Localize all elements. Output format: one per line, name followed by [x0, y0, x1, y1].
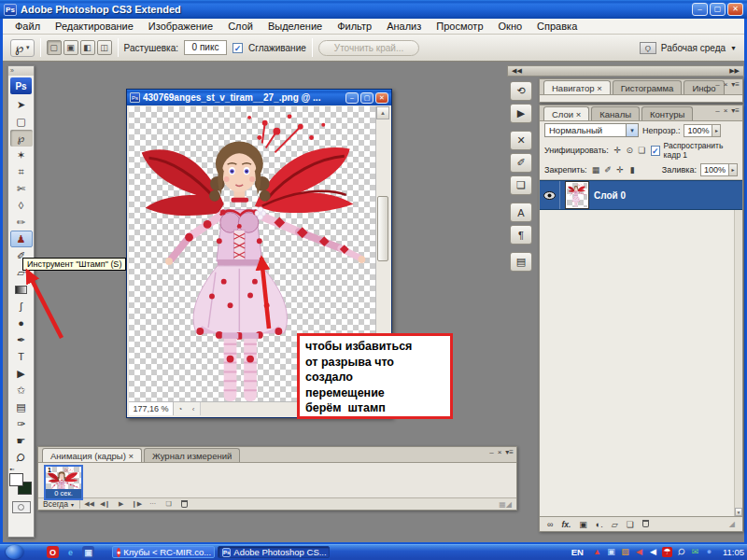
vertical-scroll-thumb[interactable]: [377, 196, 388, 261]
menu-item[interactable]: Просмотр: [429, 20, 490, 33]
lock-position-icon[interactable]: ✛: [615, 165, 626, 175]
volume-icon[interactable]: ◀: [648, 547, 658, 557]
layers-list-empty-area[interactable]: ▼: [540, 210, 742, 516]
frame-delay-selector[interactable]: 0 сек.: [46, 489, 81, 498]
foreground-color-swatch[interactable]: [9, 473, 23, 486]
lasso-tool[interactable]: ℘: [10, 130, 33, 147]
animation-frame-1[interactable]: 1 0 сек.: [44, 465, 83, 500]
gradient-tool[interactable]: [10, 281, 33, 298]
notes-tool[interactable]: ▤: [10, 399, 33, 415]
dodge-tool[interactable]: ●: [10, 315, 33, 331]
fill-field[interactable]: 100% ▸: [700, 163, 738, 176]
adjustment-layer-icon[interactable]: ◐.: [596, 520, 603, 529]
tab-nav-0[interactable]: Навигатор ×: [543, 80, 611, 94]
status-info-icon[interactable]: ◔: [174, 405, 187, 413]
zoom-tool[interactable]: Ϙ: [10, 449, 33, 466]
actions-button[interactable]: ▶: [510, 104, 532, 123]
path-selection-tool[interactable]: ▶: [10, 365, 33, 382]
doc-close-button[interactable]: ✕: [375, 92, 388, 104]
menu-item[interactable]: Анализ: [379, 20, 429, 33]
menu-item[interactable]: Слой: [220, 20, 261, 33]
healing-brush-tool[interactable]: ◊: [10, 197, 33, 214]
spin-arrow-icon[interactable]: ▸: [728, 164, 737, 175]
layer-comps-button[interactable]: ▤: [510, 252, 532, 272]
new-selection-mode[interactable]: ▢: [47, 40, 62, 55]
menu-item[interactable]: Фильтр: [330, 20, 379, 33]
refine-edge-button[interactable]: Уточнить край...: [318, 40, 419, 56]
chevron-down-icon[interactable]: ▾: [626, 124, 638, 136]
link-layers-icon[interactable]: ∞: [547, 520, 553, 529]
doc-maximize-button[interactable]: ▢: [360, 92, 374, 104]
doc-minimize-button[interactable]: –: [345, 92, 359, 104]
tab-layers-2[interactable]: Контуры: [641, 106, 693, 120]
panel-menu-icon[interactable]: ▾≡: [505, 448, 514, 456]
resize-grip-icon[interactable]: ◢: [506, 500, 512, 509]
propagate-frame-checkbox[interactable]: ✓: [651, 146, 660, 156]
history-button[interactable]: ⟲: [510, 81, 532, 101]
layer-name[interactable]: Слой 0: [594, 190, 626, 201]
add-selection-mode[interactable]: ▣: [63, 40, 78, 55]
blend-mode-select[interactable]: Нормальный ▾: [544, 123, 639, 137]
default-colors-icon[interactable]: ▪▫: [10, 466, 15, 472]
opera-icon[interactable]: O: [47, 546, 59, 558]
tab-layers-1[interactable]: Каналы: [591, 106, 640, 120]
delete-frame-button[interactable]: [178, 500, 190, 509]
panel-minimize-icon[interactable]: –: [715, 80, 719, 89]
taskbar-clock[interactable]: 11:05: [723, 547, 744, 557]
menu-item[interactable]: Файл: [7, 20, 48, 33]
expand-dock-icon[interactable]: ◀◀: [512, 67, 522, 75]
antialias-checkbox[interactable]: ✓: [233, 43, 243, 53]
lock-transparency-icon[interactable]: ▦: [591, 165, 601, 175]
clone-source-button[interactable]: ❏: [510, 175, 532, 195]
paragraph-button[interactable]: ¶: [510, 225, 532, 245]
unify-position-icon[interactable]: ✛: [613, 146, 623, 155]
unify-style-icon[interactable]: ❏: [637, 146, 647, 155]
menu-item[interactable]: Редактирование: [48, 20, 141, 33]
search-tray-icon[interactable]: Ϙ: [674, 545, 689, 560]
layer-thumbnail[interactable]: [566, 182, 588, 208]
toolbox-header[interactable]: »: [8, 66, 34, 76]
new-layer-icon[interactable]: ❏: [627, 520, 634, 529]
avira-antivirus-icon[interactable]: ☂: [662, 547, 672, 557]
menu-item[interactable]: Изображение: [141, 20, 220, 33]
magic-wand-tool[interactable]: ✶: [10, 147, 33, 163]
tab-layers-0[interactable]: Слои ×: [543, 106, 589, 120]
panel-menu-icon[interactable]: ▾≡: [731, 106, 740, 115]
play-button[interactable]: ▶: [115, 500, 127, 508]
tab-measurement-log[interactable]: Журнал измерений: [144, 448, 240, 462]
move-tool[interactable]: ➤: [10, 96, 33, 113]
minimize-button[interactable]: –: [692, 3, 708, 16]
scroll-left-icon[interactable]: ‹: [187, 405, 200, 413]
brush-tool[interactable]: ✏: [10, 214, 33, 231]
show-desktop-icon[interactable]: ▣: [82, 546, 94, 558]
quick-mask-button[interactable]: [12, 501, 31, 513]
tab-nav-1[interactable]: Гистограмма: [613, 80, 683, 94]
hand-tool[interactable]: ☛: [10, 432, 33, 449]
clone-stamp-tool[interactable]: ♟: [10, 231, 33, 247]
zoom-level-field[interactable]: 177,16 %: [129, 402, 174, 415]
updates-icon[interactable]: ▨: [620, 547, 630, 557]
loop-count-selector[interactable]: Всегда: [43, 499, 68, 509]
layer-effects-icon[interactable]: fx.: [561, 520, 571, 529]
feather-input[interactable]: 0 пикс: [184, 40, 227, 55]
menu-item[interactable]: Окно: [491, 20, 530, 33]
eyedropper-tool[interactable]: ✑: [10, 415, 33, 432]
scroll-down-icon[interactable]: ▼: [735, 508, 742, 516]
panel-menu-icon[interactable]: ▾≡: [731, 80, 740, 89]
language-indicator[interactable]: EN: [571, 547, 584, 557]
marquee-tool[interactable]: ▢: [10, 113, 33, 130]
document-titlebar[interactable]: Ps 430769anges_st_v_tiram__27_.png @ ...…: [127, 90, 391, 105]
delete-layer-icon[interactable]: [642, 520, 649, 529]
tween-button[interactable]: ⋯: [147, 500, 159, 508]
type-tool[interactable]: T: [10, 348, 33, 365]
layer-visibility-toggle[interactable]: [540, 181, 560, 209]
opacity-field[interactable]: 100% ▸: [684, 124, 721, 137]
network-monitor-icon[interactable]: ▣: [606, 547, 616, 557]
alert-triangle-icon[interactable]: ▲: [592, 547, 602, 557]
tab-animation-frames[interactable]: Анимация (кадры) ×: [42, 448, 142, 462]
smudge-tool[interactable]: ʃ: [10, 298, 33, 315]
layers-scrollbar[interactable]: ▼: [734, 210, 742, 516]
new-frame-button[interactable]: ❏: [162, 500, 175, 508]
next-frame-button[interactable]: ❙▶: [131, 500, 143, 508]
panel-close-icon[interactable]: ×: [724, 80, 728, 89]
